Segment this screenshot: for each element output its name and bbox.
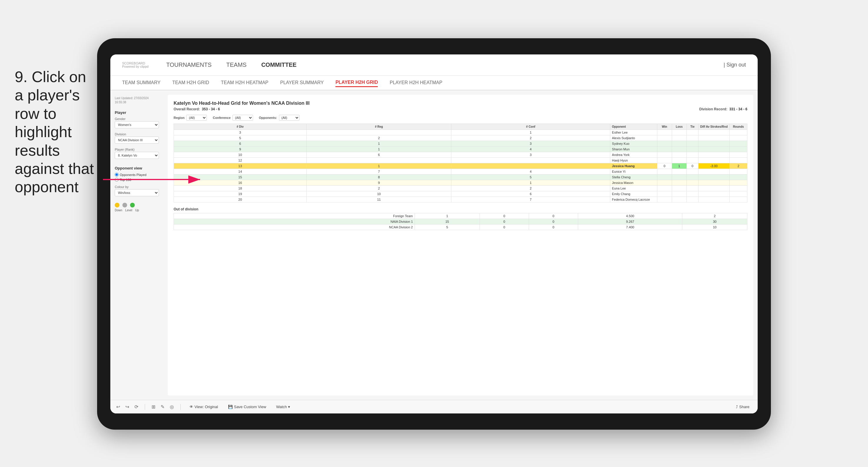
table-row[interactable]: 1474Eunice Yi xyxy=(174,169,747,175)
table-cell xyxy=(686,186,698,191)
col-opponent: Opponent xyxy=(610,124,657,130)
table-cell: 5 xyxy=(452,175,610,180)
table-cell: 2 xyxy=(452,186,610,191)
table-cell: 2 xyxy=(307,186,452,191)
out-div-value-cell: 1 xyxy=(415,213,480,219)
col-loss: Loss xyxy=(672,124,686,130)
table-cell: Eunice Yi xyxy=(610,169,657,175)
division-select[interactable]: NCAA Division III xyxy=(115,136,159,144)
opponent-filter: Opponents: (All) xyxy=(259,115,300,121)
table-cell: Esther Lee xyxy=(610,130,657,135)
gender-select[interactable]: Women's xyxy=(115,121,159,128)
out-div-value-cell: 7.400 xyxy=(578,224,682,230)
table-cell xyxy=(698,169,730,175)
col-div: # Div xyxy=(174,124,307,130)
nav-bar: SCOREBOARD Powered by clippd TOURNAMENTS… xyxy=(110,55,758,75)
out-division-row[interactable]: NAIA Division 115009.26730 xyxy=(174,219,747,224)
tab-team-h2h-grid[interactable]: TEAM H2H GRID xyxy=(172,79,209,87)
table-row[interactable]: 1585Stella Cheng xyxy=(174,175,747,180)
opponents-played-radio[interactable]: Opponents Played xyxy=(115,173,159,177)
table-row[interactable]: 31Esther Lee xyxy=(174,130,747,135)
table-cell xyxy=(730,130,747,135)
watch-btn[interactable]: Watch ▾ xyxy=(274,404,292,410)
nav-teams[interactable]: TEAMS xyxy=(226,60,247,69)
eye-icon: 👁 xyxy=(189,405,193,409)
nav-tournaments[interactable]: TOURNAMENTS xyxy=(166,60,212,69)
table-row[interactable]: 131Jessica Huang010-3.002 xyxy=(174,163,747,169)
top-100-input[interactable] xyxy=(115,178,119,182)
player-select[interactable]: 8. Katelyn Vo xyxy=(115,152,159,159)
colour-by-select[interactable]: Win/loss xyxy=(115,189,159,196)
table-row[interactable]: 19106Emily Chang xyxy=(174,191,747,197)
table-cell xyxy=(672,152,686,158)
table-cell: 11 xyxy=(307,197,452,203)
redo-step-back[interactable]: ↪ xyxy=(125,404,129,410)
tab-team-summary[interactable]: TEAM SUMMARY xyxy=(122,79,160,87)
region-select[interactable]: (All) xyxy=(186,115,207,121)
edit-icon[interactable]: ✎ xyxy=(161,404,164,410)
table-row[interactable]: 613Sydney Kuo xyxy=(174,141,747,147)
tab-player-h2h-heatmap[interactable]: PLAYER H2H HEATMAP xyxy=(390,79,442,87)
table-row[interactable]: 1822Euna Lee xyxy=(174,186,747,191)
table-cell xyxy=(307,158,452,163)
sign-out-button[interactable]: | Sign out xyxy=(723,62,746,68)
out-div-value-cell: 2 xyxy=(682,213,747,219)
table-cell xyxy=(657,169,672,175)
table-cell xyxy=(686,152,698,158)
division-label: Division xyxy=(115,132,159,136)
table-cell: 7 xyxy=(452,197,610,203)
out-div-value-cell: 4.500 xyxy=(578,213,682,219)
nav-committee[interactable]: COMMITTEE xyxy=(261,60,297,69)
table-cell: -3.00 xyxy=(698,163,730,169)
opponent-select[interactable]: (All) xyxy=(279,115,300,121)
redo-icon[interactable]: ⟳ xyxy=(134,404,138,410)
table-cell: 2 xyxy=(452,135,610,141)
table-row[interactable]: 522Alexis Sudjianto xyxy=(174,135,747,141)
col-diff: Diff Av Strokes/Rnd xyxy=(698,124,730,130)
sub-nav: TEAM SUMMARY TEAM H2H GRID TEAM H2H HEAT… xyxy=(110,75,758,90)
share-btn[interactable]: ⤴ Share xyxy=(734,404,752,410)
table-row[interactable]: 1063Andrea York xyxy=(174,152,747,158)
division-record: Division Record: 331 - 34 - 6 xyxy=(700,107,747,111)
player-rank-label: Player (Rank) xyxy=(115,148,159,151)
table-cell xyxy=(657,147,672,152)
grid-icon[interactable]: ⊞ xyxy=(152,404,155,410)
top-100-text: Top 100 xyxy=(120,178,131,182)
table-row[interactable]: 12Haeji Hyun xyxy=(174,158,747,163)
circle-icon[interactable]: ◎ xyxy=(170,404,174,410)
table-row[interactable]: 914Sharon Mun xyxy=(174,147,747,152)
table-cell xyxy=(672,135,686,141)
out-division-row[interactable]: NCAA Division 25007.40010 xyxy=(174,224,747,230)
table-row[interactable]: 20117Federica Domecq Lacroze xyxy=(174,197,747,203)
table-cell xyxy=(452,158,610,163)
main-content: Last Updated: 27/03/2024 16:55:38 Player… xyxy=(110,90,758,400)
table-cell xyxy=(307,130,452,135)
toolbar-right: ⤴ Share xyxy=(734,404,752,410)
table-cell xyxy=(657,197,672,203)
conference-select[interactable]: (All) xyxy=(232,115,253,121)
top-100-radio[interactable]: Top 100 xyxy=(115,178,159,182)
tab-player-h2h-grid[interactable]: PLAYER H2H GRID xyxy=(335,79,378,87)
save-custom-view-btn[interactable]: 💾 Save Custom View xyxy=(226,404,269,410)
table-cell: 4 xyxy=(452,147,610,152)
out-div-label-cell: NAIA Division 1 xyxy=(174,219,415,224)
undo-icon[interactable]: ↩ xyxy=(116,404,120,410)
table-cell xyxy=(672,130,686,135)
table-row[interactable]: 1691Jessica Mason xyxy=(174,180,747,186)
table-cell xyxy=(657,158,672,163)
opponents-played-input[interactable] xyxy=(115,173,119,177)
h2h-table: # Div # Reg # Conf Opponent Win Loss Tie… xyxy=(174,124,747,203)
table-cell: 6 xyxy=(452,191,610,197)
table-cell xyxy=(657,141,672,147)
table-cell xyxy=(657,152,672,158)
out-div-value-cell: 0 xyxy=(529,224,578,230)
tab-player-summary[interactable]: PLAYER SUMMARY xyxy=(280,79,324,87)
tab-team-h2h-heatmap[interactable]: TEAM H2H HEATMAP xyxy=(221,79,269,87)
table-cell xyxy=(698,135,730,141)
table-cell xyxy=(686,191,698,197)
table-cell xyxy=(698,152,730,158)
out-division-row[interactable]: Foreign Team1004.5002 xyxy=(174,213,747,219)
save-custom-view-label: Save Custom View xyxy=(234,405,266,409)
view-original-btn[interactable]: 👁 View: Original xyxy=(187,404,220,410)
player-section-label: Player xyxy=(115,111,159,115)
